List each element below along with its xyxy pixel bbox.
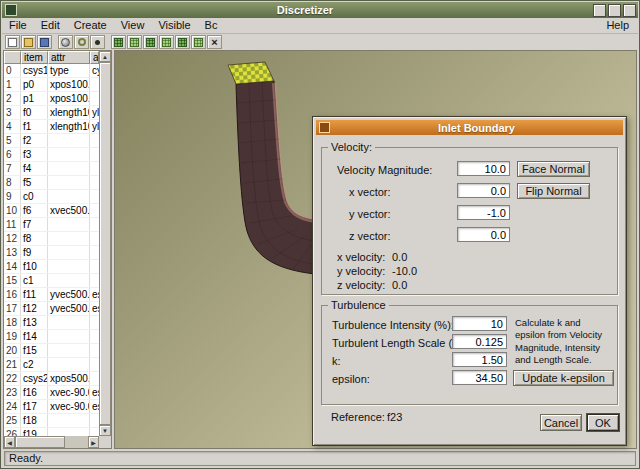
grid-glyph: [194, 38, 203, 47]
close-button[interactable]: [623, 4, 636, 17]
table-row[interactable]: 15c1: [4, 274, 99, 288]
epsilon-input[interactable]: [452, 370, 507, 385]
minimize-button[interactable]: [593, 4, 606, 17]
patch-icon[interactable]: [159, 35, 174, 49]
cells-icon[interactable]: [175, 35, 190, 49]
scroll-down-icon[interactable]: ▼: [99, 425, 111, 436]
table-cell-n: 25: [4, 414, 21, 427]
menu-create[interactable]: Create: [67, 18, 114, 33]
table-row[interactable]: 19f14: [4, 330, 99, 344]
save-icon[interactable]: [37, 35, 52, 49]
table-row[interactable]: 26f19: [4, 428, 99, 436]
table-row[interactable]: 12f8: [4, 232, 99, 246]
ok-button[interactable]: OK: [587, 414, 619, 431]
menu-help[interactable]: Help: [597, 18, 638, 33]
turbulence-intensity-input[interactable]: [452, 316, 507, 331]
table-cell-n: 5: [4, 134, 21, 147]
table-row[interactable]: 23f16xvec-90.0es: [4, 386, 99, 400]
dialog-title-bar[interactable]: Inlet Boundary: [316, 120, 623, 135]
reference-value: f23: [387, 411, 402, 423]
table-cell-attr: xpos500.0: [48, 372, 90, 385]
table-row[interactable]: 17f12yvec500.0es: [4, 302, 99, 316]
delete-icon[interactable]: ×: [207, 35, 222, 49]
horizontal-scroll-thumb[interactable]: [15, 436, 65, 448]
cancel-button[interactable]: Cancel: [540, 414, 582, 431]
k-input[interactable]: [452, 352, 507, 367]
face-icon[interactable]: [143, 35, 158, 49]
table-row[interactable]: 13f9: [4, 246, 99, 260]
table-cell-n: 3: [4, 106, 21, 119]
title-bar[interactable]: Discretizer: [2, 2, 638, 18]
table-row[interactable]: 4f1xlength100.0yl: [4, 120, 99, 134]
table-row[interactable]: 3f0xlength100.0yl: [4, 106, 99, 120]
table-row[interactable]: 9c0: [4, 190, 99, 204]
table-row[interactable]: 6f3: [4, 148, 99, 162]
table-row[interactable]: 7f4: [4, 162, 99, 176]
vertical-scrollbar[interactable]: ▲ ▼: [99, 51, 111, 436]
update-k-epsilon-button[interactable]: Update k-epsilon: [513, 370, 614, 386]
z-vector-input[interactable]: [457, 227, 510, 242]
table-cell-at: [90, 330, 92, 343]
mesh-icon[interactable]: [127, 35, 142, 49]
table-row[interactable]: 2p1xpos100.0: [4, 92, 99, 106]
scroll-up-icon[interactable]: ▲: [99, 51, 111, 62]
menu-file[interactable]: File: [2, 18, 34, 33]
table-row[interactable]: 24f17xvec-90.0es: [4, 400, 99, 414]
table-cell-at: [90, 204, 92, 217]
table-row[interactable]: 20f15: [4, 344, 99, 358]
vertex-icon[interactable]: [90, 35, 105, 49]
vertical-scroll-thumb[interactable]: [99, 62, 111, 425]
attribute-table-body[interactable]: 0csys1typecyl1p0xpos100.02p1xpos100.03f0…: [4, 64, 99, 436]
table-cell-n: 9: [4, 190, 21, 203]
y-vector-input[interactable]: [457, 205, 510, 220]
table-row[interactable]: 25f18: [4, 414, 99, 428]
header-item[interactable]: item: [21, 51, 48, 64]
block-icon[interactable]: [111, 35, 126, 49]
table-cell-attr: type: [48, 64, 90, 77]
sphere-icon[interactable]: [58, 35, 73, 49]
table-cell-attr: xvec500.0: [48, 204, 90, 217]
menu-view[interactable]: View: [114, 18, 152, 33]
open-icon[interactable]: [21, 35, 36, 49]
header-index[interactable]: [4, 51, 21, 64]
menu-visible[interactable]: Visible: [151, 18, 197, 33]
app-icon[interactable]: [5, 4, 17, 16]
table-row[interactable]: 1p0xpos100.0: [4, 78, 99, 92]
table-row[interactable]: 14f10: [4, 260, 99, 274]
scroll-right-icon[interactable]: ▶: [88, 436, 99, 448]
table-cell-attr: xpos100.0: [48, 92, 90, 105]
menu-bc[interactable]: Bc: [198, 18, 225, 33]
table-cell-n: 1: [4, 78, 21, 91]
table-row[interactable]: 21c2: [4, 358, 99, 372]
table-row[interactable]: 0csys1typecyl: [4, 64, 99, 78]
velocity-magnitude-input[interactable]: [457, 161, 510, 176]
scroll-left-icon[interactable]: ◀: [4, 436, 15, 448]
toolbar-separator: [106, 35, 110, 49]
table-cell-attr: [48, 428, 90, 436]
menu-edit[interactable]: Edit: [34, 18, 67, 33]
table-row[interactable]: 18f13: [4, 316, 99, 330]
circle-icon[interactable]: [74, 35, 89, 49]
header-at[interactable]: at ▲: [90, 51, 99, 64]
table-row[interactable]: 11f7: [4, 218, 99, 232]
table-cell-n: 18: [4, 316, 21, 329]
table-row[interactable]: 10f6xvec500.0: [4, 204, 99, 218]
table-row[interactable]: 16f11yvec500.0es: [4, 288, 99, 302]
table-row[interactable]: 22csys2xpos500.0: [4, 372, 99, 386]
header-attr[interactable]: attr: [48, 51, 90, 64]
table-cell-item: f1: [21, 120, 48, 133]
grid-icon[interactable]: [191, 35, 206, 49]
new-icon[interactable]: [5, 35, 20, 49]
table-row[interactable]: 8f5: [4, 176, 99, 190]
table-cell-at: es: [90, 400, 99, 413]
delete-glyph: ×: [211, 38, 217, 47]
horizontal-scrollbar[interactable]: ◀ ▶: [4, 436, 99, 448]
velocity-magnitude-label: Velocity Magnitude:: [337, 164, 432, 176]
flip-normal-button[interactable]: Flip Normal: [517, 183, 590, 199]
face-normal-button[interactable]: Face Normal: [517, 161, 590, 177]
turbulent-length-scale-input[interactable]: [452, 334, 507, 349]
table-row[interactable]: 5f2: [4, 134, 99, 148]
maximize-button[interactable]: [608, 4, 621, 17]
x-vector-input[interactable]: [457, 183, 510, 198]
y-velocity-value: -10.0: [392, 265, 417, 277]
